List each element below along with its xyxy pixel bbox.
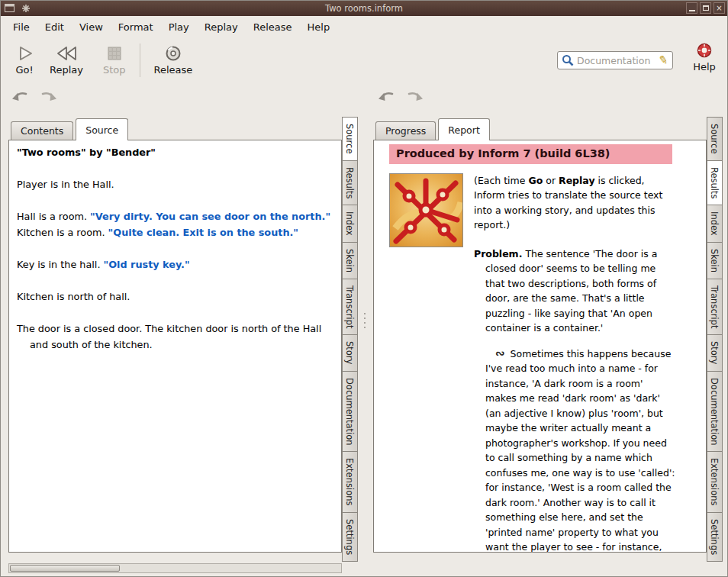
- source-pane: ContentsSource "Two rooms" by "Bender"Pl…: [7, 115, 358, 553]
- help-button[interactable]: Help: [685, 42, 723, 73]
- vtab-documentation[interactable]: Documentation: [707, 372, 723, 453]
- source-text: "Two rooms" by "Bender": [17, 147, 156, 158]
- vtab-skein[interactable]: Skein: [342, 243, 358, 279]
- source-line: Hall is a room. "Very dirty. You can see…: [17, 208, 337, 224]
- tab-contents[interactable]: Contents: [11, 121, 73, 140]
- scrollbar-thumb[interactable]: [10, 565, 120, 572]
- vtab-source[interactable]: Source: [342, 117, 358, 161]
- menu-help[interactable]: Help: [300, 16, 338, 39]
- right-vstrip: SourceResultsIndexSkeinTranscriptStoryDo…: [707, 117, 723, 562]
- source-blank-line: [17, 160, 337, 176]
- suggestion-text: Sometimes this happens because I've read…: [485, 348, 675, 553]
- menu-edit[interactable]: Edit: [37, 16, 72, 39]
- curl-icon: ∾: [495, 347, 511, 360]
- source-text: Player is in the Hall.: [17, 179, 114, 190]
- source-text: Hall is a room.: [17, 211, 90, 222]
- source-line: Kitchen is a room. "Quite clean. Exit is…: [17, 224, 337, 240]
- window-title: Two rooms.inform: [1, 3, 727, 14]
- tab-source[interactable]: Source: [76, 118, 128, 140]
- report-pane: ProgressReport Produced by Inform 7 (bui…: [372, 115, 723, 553]
- minimize-button[interactable]: [686, 2, 697, 14]
- menu-format[interactable]: Format: [111, 16, 161, 39]
- source-blank-line: [17, 192, 337, 208]
- source-string: "Old rusty key.": [104, 259, 190, 270]
- vtab-settings[interactable]: Settings: [342, 513, 358, 562]
- source-blank-line: [17, 240, 337, 256]
- release-label: Release: [154, 64, 193, 76]
- source-content-box: "Two rooms" by "Bender"Player is in the …: [8, 140, 342, 553]
- disc-icon: [164, 45, 182, 62]
- vtab-results[interactable]: Results: [707, 161, 723, 206]
- window-menu-icon[interactable]: [4, 3, 14, 13]
- help-label: Help: [693, 61, 716, 73]
- replay-label: Replay: [50, 64, 83, 76]
- tab-progress[interactable]: Progress: [375, 121, 436, 140]
- report-text-column: (Each time Go or Replay is clicked, Info…: [474, 170, 677, 553]
- forward-arrow-icon: [40, 89, 59, 106]
- vtab-index[interactable]: Index: [707, 205, 723, 243]
- source-text: The door is a closed door. The kitchen d…: [17, 323, 324, 350]
- close-button[interactable]: ×: [714, 2, 725, 14]
- left-vstrip: SourceResultsIndexSkeinTranscriptStoryDo…: [342, 117, 358, 562]
- text-segment: Replay: [559, 175, 595, 186]
- report-view: Produced by Inform 7 (build 6L38): [374, 144, 706, 553]
- vtab-transcript[interactable]: Transcript: [342, 279, 358, 335]
- replay-button[interactable]: Replay: [42, 44, 91, 77]
- report-intro: (Each time Go or Replay is clicked, Info…: [474, 173, 677, 233]
- inform-window: Two rooms.inform × FileEditViewFormatPla…: [0, 0, 728, 577]
- source-text: Kitchen is north of hall.: [17, 291, 130, 302]
- forward-arrow-icon: [407, 89, 425, 106]
- stop-button[interactable]: Stop: [95, 44, 134, 77]
- right-nav-group: [376, 89, 425, 106]
- forward-button[interactable]: [40, 89, 59, 106]
- text-segment: Problem.: [474, 248, 522, 259]
- menu-view[interactable]: View: [72, 16, 111, 39]
- go-label: Go!: [15, 64, 33, 76]
- vtab-transcript[interactable]: Transcript: [707, 279, 723, 335]
- vtab-extensions[interactable]: Extensions: [342, 452, 358, 512]
- tab-report[interactable]: Report: [438, 118, 489, 140]
- menu-play[interactable]: Play: [161, 16, 197, 39]
- back-arrow-icon: [10, 89, 28, 106]
- source-text: Kitchen is a room.: [17, 227, 108, 238]
- source-view[interactable]: "Two rooms" by "Bender"Player is in the …: [9, 140, 341, 552]
- menu-replay[interactable]: Replay: [197, 16, 246, 39]
- documentation-search[interactable]: ✎: [557, 51, 673, 69]
- vtab-skein[interactable]: Skein: [707, 243, 723, 279]
- vtab-story[interactable]: Story: [342, 335, 358, 371]
- play-icon: [14, 45, 34, 62]
- maximize-button[interactable]: [700, 2, 711, 14]
- horizontal-scrollbar[interactable]: [8, 563, 342, 573]
- menu-release[interactable]: Release: [246, 16, 300, 39]
- source-line: Kitchen is north of hall.: [17, 288, 337, 305]
- forward-button-right[interactable]: [407, 89, 425, 106]
- report-suggestion: ∾Sometimes this happens because I've rea…: [474, 347, 677, 553]
- vtab-results[interactable]: Results: [342, 161, 358, 206]
- source-line: Player is in the Hall.: [17, 176, 337, 192]
- vtab-documentation[interactable]: Documentation: [342, 372, 358, 453]
- text-segment: The sentence 'The door is a closed door'…: [485, 248, 657, 334]
- pencil-icon: ✎: [658, 53, 670, 68]
- source-line: Key is in the hall. "Old rusty key.": [17, 256, 337, 272]
- vtab-index[interactable]: Index: [342, 205, 358, 243]
- back-button[interactable]: [10, 89, 28, 106]
- left-tab-row: ContentsSource: [11, 118, 130, 140]
- app-icon: [21, 3, 31, 13]
- go-button[interactable]: Go!: [7, 44, 42, 77]
- pane-splitter[interactable]: [362, 308, 368, 334]
- vtab-extensions[interactable]: Extensions: [707, 452, 723, 512]
- search-input[interactable]: [577, 55, 659, 66]
- release-button[interactable]: Release: [147, 44, 201, 77]
- build-banner: Produced by Inform 7 (build 6L38): [389, 144, 672, 164]
- source-string: "Very dirty. You can see door on the nor…: [90, 211, 330, 222]
- back-button-right[interactable]: [376, 89, 395, 106]
- menu-file[interactable]: File: [5, 16, 37, 39]
- right-tab-row: ProgressReport: [375, 118, 492, 140]
- title-bar[interactable]: Two rooms.inform ×: [1, 1, 727, 16]
- vtab-source[interactable]: Source: [707, 117, 723, 161]
- vtab-settings[interactable]: Settings: [707, 513, 723, 562]
- vtab-story[interactable]: Story: [707, 335, 723, 371]
- help-icon: [695, 42, 714, 59]
- source-blank-line: [17, 272, 337, 288]
- search-icon: [562, 54, 574, 66]
